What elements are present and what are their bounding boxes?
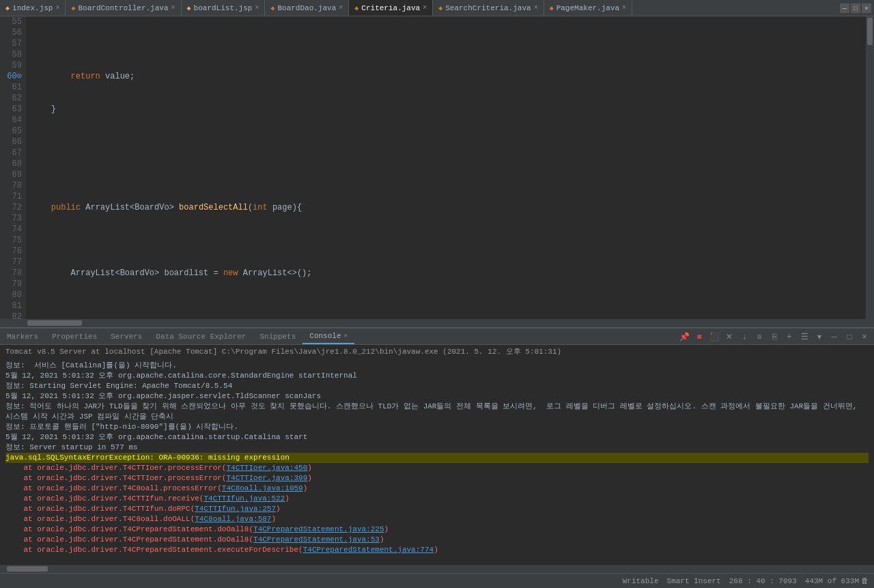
stack-link[interactable]: T4CTTIoer.java:450 [226, 464, 307, 472]
horizontal-scrollbar[interactable] [0, 319, 874, 327]
minimize-button[interactable]: ─ [840, 3, 849, 13]
console-scrollbar-h[interactable] [0, 565, 874, 573]
window-controls: ─ □ × [840, 3, 874, 13]
console-line: 정보: 서비스 [Catalina]를(을) 시작합니다. [5, 361, 869, 371]
tab-board-dao[interactable]: ◆ BoardDao.java × [265, 0, 349, 16]
tab-search-criteria[interactable]: ◆ SearchCriteria.java × [433, 0, 544, 16]
java-icon: ◆ [270, 4, 274, 12]
tab-close-icon[interactable]: × [622, 4, 626, 12]
console-line: 5월 12, 2021 5:01:32 오후 org.apache.catali… [5, 432, 869, 443]
maximize-panel-button[interactable]: □ [843, 330, 856, 344]
console-line: at oracle.jdbc.driver.T4CPreparedStateme… [5, 535, 869, 545]
console-line: at oracle.jdbc.driver.T4CTTIoer.processE… [5, 463, 869, 473]
tab-close-icon[interactable]: × [423, 4, 427, 12]
editor-area: 55 56 57 58 59 60⊙ 61 62 63 64 65 66 67 … [0, 16, 874, 327]
tab-close-icon[interactable]: × [339, 4, 343, 12]
tab-close-icon[interactable]: × [534, 4, 538, 12]
memory-status: 443M of 633M 🗑 [805, 576, 869, 585]
console-line: 5월 12, 2021 5:01:32 오후 org.apache.jasper… [5, 391, 869, 402]
tab-index-jsp[interactable]: ◆ index.jsp × [0, 0, 66, 16]
markers-label: Markers [7, 333, 38, 341]
code-editor[interactable]: return value; } public ArrayList<BoardVo… [26, 16, 866, 319]
console-line: 정보: Starting Servlet Engine: Apache Tomc… [5, 381, 869, 391]
console-icon: ✕ [344, 332, 348, 339]
tab-console[interactable]: Console ✕ [302, 328, 354, 344]
tab-page-maker[interactable]: ◆ PageMaker.java × [544, 0, 632, 16]
clear-button[interactable]: ✕ [722, 330, 736, 344]
tab-board-controller[interactable]: ◆ BoardController.java × [66, 0, 181, 16]
console-line: at oracle.jdbc.driver.T4CTTIfun.receive(… [5, 494, 869, 504]
close-panel-button[interactable]: × [858, 330, 871, 344]
close-window-button[interactable]: × [862, 3, 871, 13]
console-line: at oracle.jdbc.driver.T4CTTIfun.doRPC(T4… [5, 504, 869, 514]
console-scrollbar-thumb[interactable] [7, 566, 48, 572]
new-console-button[interactable]: + [783, 330, 796, 344]
stack-link[interactable]: T4CTTIfun.java:257 [195, 505, 276, 513]
jsp-icon: ◆ [5, 4, 10, 12]
tab-board-list[interactable]: ◆ boardList.jsp × [182, 0, 266, 16]
jsp-icon: ◆ [187, 4, 191, 12]
tab-markers[interactable]: Markers [0, 328, 45, 344]
tab-close-icon[interactable]: × [255, 4, 259, 12]
vertical-scrollbar[interactable] [866, 16, 874, 319]
console-line: 정보: 프로토콜 핸들러 ["http-nio-8090"]를(을) 시작합니다… [5, 422, 869, 432]
tab-properties[interactable]: Properties [45, 328, 104, 344]
stack-link[interactable]: T4C8oall.java:1059 [222, 484, 303, 492]
java-icon: ◆ [71, 4, 75, 12]
panel-toolbar: 📌 ■ ⬛ ✕ ↓ ≡ ⎘ + ☰ ▾ ─ □ × [677, 330, 874, 344]
console-line: at oracle.jdbc.driver.T4C8oall.doOALL(T4… [5, 514, 869, 524]
memory-icon: 🗑 [861, 576, 869, 585]
console-output[interactable]: 정보: 서비스 [Catalina]를(을) 시작합니다. 5월 12, 202… [0, 358, 874, 565]
word-wrap-button[interactable]: ≡ [752, 330, 766, 344]
tab-data-source[interactable]: Data Source Explorer [149, 328, 253, 344]
stack-link[interactable]: T4CPreparedStatement.java:53 [253, 535, 380, 544]
tab-snippets[interactable]: Snippets [253, 328, 302, 344]
display-selected-button[interactable]: ☰ [798, 330, 811, 344]
tab-close-icon[interactable]: × [171, 4, 175, 12]
maximize-button[interactable]: □ [851, 3, 860, 13]
snippets-label: Snippets [259, 333, 296, 341]
data-source-label: Data Source Explorer [156, 333, 246, 341]
stack-link[interactable]: T4CPreparedStatement.java:774 [303, 546, 434, 554]
tab-bar: ◆ index.jsp × ◆ BoardController.java × ◆… [0, 0, 874, 16]
console-label: Console [309, 332, 341, 340]
console-line: at oracle.jdbc.driver.T4C8oall.processEr… [5, 484, 869, 494]
status-bar: Writable Smart Insert 268 : 40 : 7093 44… [0, 573, 874, 588]
bottom-panel: Markers Properties Servers Data Source E… [0, 327, 874, 573]
stack-link[interactable]: T4CTTIfun.java:522 [203, 494, 285, 503]
writable-status: Writable [623, 577, 659, 585]
stack-link[interactable]: T4CTTIoer.java:399 [226, 474, 307, 482]
server-info-line: Tomcat v8.5 Server at localhost [Apache … [0, 345, 874, 358]
cursor-position-status: 268 : 40 : 7093 [729, 577, 797, 585]
tab-criteria[interactable]: ◆ Criteria.java × [349, 0, 433, 16]
console-line: at oracle.jdbc.driver.T4CPreparedStateme… [5, 524, 869, 535]
console-line: 5월 12, 2021 5:01:32 오후 org.apache.catali… [5, 371, 869, 381]
panel-tab-bar: Markers Properties Servers Data Source E… [0, 328, 874, 345]
properties-label: Properties [52, 333, 97, 341]
scrollbar-h-thumb[interactable] [27, 320, 82, 326]
tab-close-icon[interactable]: × [55, 4, 59, 12]
scrollbar-thumb[interactable] [867, 18, 873, 45]
insert-mode-status: Smart Insert [667, 577, 721, 585]
server-path-text: Tomcat v8.5 Server at localhost [Apache … [5, 348, 561, 356]
pin-button[interactable]: 📌 [677, 330, 691, 344]
open-in-editor-button[interactable]: ⎘ [767, 330, 781, 344]
console-line: at oracle.jdbc.driver.T4CTTIoer.processE… [5, 473, 869, 484]
console-line: 정보: 적어도 하나의 JAR가 TLD들을 찾기 위해 스캔되었으나 아무 것… [5, 402, 869, 422]
stack-link[interactable]: T4C8oall.java:587 [195, 515, 271, 523]
disconnect-button[interactable]: ⬛ [707, 330, 721, 344]
stack-link[interactable]: T4CPreparedStatement.java:225 [253, 525, 384, 533]
scroll-lock-button[interactable]: ↓ [737, 330, 751, 344]
minimize-panel-button[interactable]: ─ [828, 330, 841, 344]
line-numbers: 55 56 57 58 59 60⊙ 61 62 63 64 65 66 67 … [0, 16, 26, 319]
console-line: 정보: Server startup in 577 ms [5, 443, 869, 453]
console-error-highlight-line: java.sql.SQLSyntaxErrorException: ORA-00… [5, 453, 869, 463]
java-icon: ◆ [438, 4, 442, 12]
java-icon: ◆ [354, 4, 358, 12]
console-line: at oracle.jdbc.driver.T4CPreparedStateme… [5, 545, 869, 555]
view-menu-button[interactable]: ▾ [813, 330, 826, 344]
code-container: 55 56 57 58 59 60⊙ 61 62 63 64 65 66 67 … [0, 16, 874, 319]
tab-servers[interactable]: Servers [104, 328, 149, 344]
servers-label: Servers [111, 333, 142, 341]
stop-button[interactable]: ■ [692, 330, 706, 344]
